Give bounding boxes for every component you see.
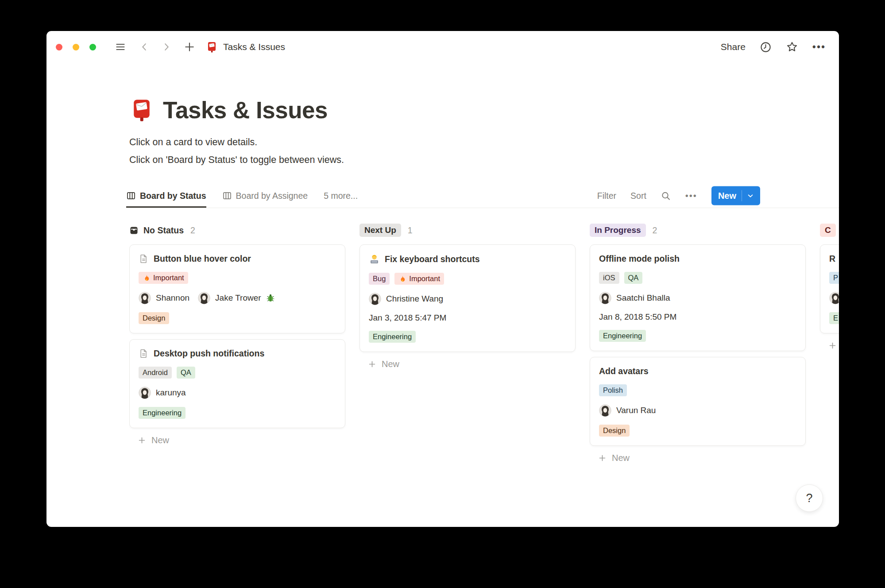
add-card-button[interactable]: New (359, 359, 576, 369)
assignee: Varun Rau (599, 404, 656, 417)
tag-qa: QA (624, 272, 643, 284)
help-button[interactable]: ? (796, 484, 823, 512)
tab-board-by-status[interactable]: Board by Status (126, 184, 206, 208)
avatar (369, 293, 381, 305)
card-desktop-push-notifications[interactable]: Desktop push notifications Android QA ka… (129, 339, 345, 428)
tag-important: Important (394, 273, 444, 285)
back-button[interactable] (139, 42, 149, 52)
plus-icon (598, 454, 607, 462)
favorite-star-icon[interactable] (786, 41, 798, 53)
board-view-icon (126, 191, 136, 201)
avatar (829, 292, 839, 304)
card-fix-keyboard-shortcuts[interactable]: Fix keyboard shortcuts Bug Important Chr… (359, 244, 576, 352)
assignee: Shannon (139, 292, 189, 304)
forward-button[interactable] (162, 42, 171, 52)
page-description-line: Click on 'Board by Status' to toggle bet… (129, 151, 344, 169)
share-button[interactable]: Share (721, 42, 746, 52)
card-add-avatars[interactable]: Add avatars Polish Varun Rau Design (590, 357, 806, 446)
new-tab-button[interactable] (184, 41, 195, 53)
tab-more-views[interactable]: 5 more... (324, 184, 358, 208)
column-title[interactable]: C (820, 224, 836, 237)
column-count: 1 (408, 225, 413, 236)
column-header[interactable]: Next Up 1 (359, 222, 576, 239)
zoom-window-button[interactable] (89, 44, 96, 50)
sidebar-menu-icon[interactable] (114, 42, 127, 52)
titlebar: Tasks & Issues Share ••• (46, 31, 839, 63)
column-no-status: No Status 2 Button blue hover color Impo… (129, 222, 345, 445)
column-title[interactable]: Next Up (359, 224, 401, 237)
board-view-icon (222, 191, 232, 201)
card-title: R (829, 254, 835, 264)
tag-design: Design (599, 425, 630, 437)
column-count: 2 (190, 225, 195, 236)
tag-android: Android (139, 367, 172, 379)
tag-ios: iOS (599, 272, 619, 284)
card-title: Button blue hover color (154, 254, 251, 264)
page-title: Tasks & Issues (163, 97, 328, 124)
tag-design: Design (139, 312, 169, 324)
tag-polish: Polish (599, 384, 627, 396)
plus-icon (138, 436, 146, 445)
assignee: Jake Trower (198, 292, 274, 304)
tag-engineering: Engineering (139, 407, 186, 419)
chevron-down-icon[interactable] (747, 193, 754, 199)
card-offline-mode-polish[interactable]: Offline mode polish iOS QA Saatchi Bhall… (590, 244, 806, 351)
avatar (139, 387, 151, 399)
add-card-button[interactable]: New (820, 340, 839, 351)
card-button-blue-hover-color[interactable]: Button blue hover color Important Shanno… (129, 244, 345, 333)
document-tab[interactable]: Tasks & Issues (206, 41, 285, 53)
mailbox-icon (206, 41, 218, 53)
tag-clipped: P (829, 272, 839, 284)
column-count: 2 (653, 225, 657, 236)
avatar (198, 292, 210, 304)
column-in-progress: In Progress 2 Offline mode polish iOS QA… (590, 222, 806, 463)
document-tab-title: Tasks & Issues (223, 42, 285, 52)
sort-button[interactable]: Sort (630, 191, 646, 201)
view-bar: Board by Status Board by Assignee 5 more… (126, 184, 839, 208)
tab-board-by-assignee[interactable]: Board by Assignee (222, 184, 308, 208)
page-mailbox-icon (129, 98, 154, 123)
plus-icon (828, 341, 837, 350)
assignee (829, 292, 839, 304)
page-description-line: Click on a card to view details. (129, 133, 344, 151)
card-title: Fix keyboard shortcuts (385, 254, 480, 264)
add-card-button[interactable]: New (129, 435, 345, 445)
assignee: Saatchi Bhalla (599, 292, 670, 304)
plus-icon (368, 360, 376, 368)
tag-clipped: E (829, 312, 839, 324)
view-options-icon[interactable]: ••• (685, 191, 697, 201)
minimize-window-button[interactable] (73, 44, 79, 50)
assignee: karunya (139, 387, 186, 399)
card-title: Desktop push notifications (154, 348, 264, 359)
tag-engineering: Engineering (369, 331, 416, 343)
assignee: Christine Wang (369, 293, 443, 305)
column-header[interactable]: In Progress 2 (590, 222, 806, 239)
column-title[interactable]: In Progress (590, 224, 646, 237)
card-clipped[interactable]: R P E (820, 244, 839, 333)
inbox-icon (129, 226, 139, 235)
filter-button[interactable]: Filter (597, 191, 616, 201)
column-completed-clipped: C R P E (820, 222, 839, 351)
updates-clock-icon[interactable] (760, 41, 772, 53)
column-next-up: Next Up 1 Fix keyboard shortcuts Bug Imp… (359, 222, 576, 369)
tag-important: Important (139, 272, 188, 284)
avatar (139, 292, 151, 304)
tag-qa: QA (177, 367, 195, 379)
page-header: Tasks & Issues Click on a card to view d… (129, 97, 344, 169)
close-window-button[interactable] (56, 44, 62, 50)
traffic-lights (56, 44, 96, 50)
more-options-icon[interactable]: ••• (812, 41, 826, 53)
tag-engineering: Engineering (599, 330, 646, 342)
card-date: Jan 8, 2018 5:50 PM (599, 312, 796, 322)
kanban-board: No Status 2 Button blue hover color Impo… (129, 222, 839, 527)
fire-icon (398, 275, 406, 282)
new-button[interactable]: New (711, 186, 760, 205)
column-header[interactable]: No Status 2 (129, 222, 345, 239)
tag-bug: Bug (369, 273, 390, 285)
column-header[interactable]: C (820, 222, 839, 239)
add-card-button[interactable]: New (590, 453, 806, 463)
avatar (599, 404, 611, 417)
avatar (599, 292, 611, 304)
card-date: Jan 3, 2018 5:47 PM (369, 313, 566, 323)
search-icon[interactable] (661, 190, 671, 201)
